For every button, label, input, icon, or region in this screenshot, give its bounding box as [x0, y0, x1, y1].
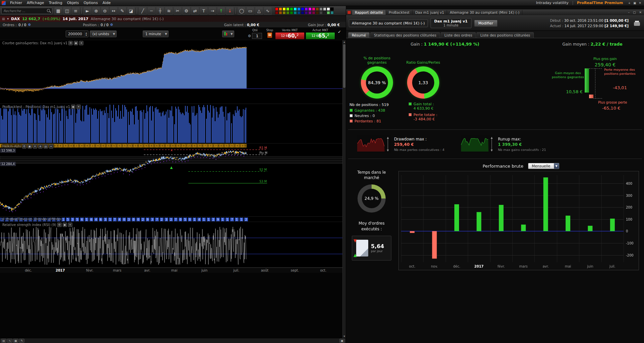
panel-add-icon[interactable]: ⊕	[38, 144, 43, 149]
panel-window-icon[interactable]: ▣	[27, 144, 32, 149]
scroll-down-icon[interactable]: ▼	[343, 335, 346, 338]
tab-report-1[interactable]: Statistiques des positions clôturées	[370, 32, 440, 38]
ticker-menu-icon[interactable]: ▤	[2, 17, 5, 20]
triangle-icon[interactable]: △	[255, 7, 263, 15]
color-swatch[interactable]	[319, 7, 323, 11]
search-box[interactable]	[1, 8, 52, 14]
grid-icon[interactable]: ▦	[13, 339, 18, 343]
compare-icon[interactable]: ⇄	[191, 7, 199, 15]
color-swatch[interactable]	[297, 7, 301, 11]
ordres-settings-icon[interactable]: ⚙	[28, 23, 31, 26]
quantity-stepper[interactable]: 200000 ▲▼	[66, 31, 88, 37]
scroll-up-icon[interactable]: ▲	[343, 40, 346, 44]
color-swatch[interactable]	[312, 11, 315, 14]
pan-icon[interactable]: ↔	[110, 7, 118, 15]
color-swatch[interactable]	[282, 7, 286, 11]
buy-market-button[interactable]: 12 665,2	[306, 32, 335, 40]
color-swatch[interactable]	[279, 7, 282, 11]
color-swatch[interactable]	[275, 7, 278, 11]
color-swatch[interactable]	[286, 7, 289, 11]
scrollbar-thumb[interactable]	[343, 44, 345, 88]
color-swatch[interactable]	[297, 11, 301, 14]
print-icon[interactable]	[634, 21, 640, 26]
color-swatch[interactable]	[308, 11, 312, 14]
color-swatch[interactable]	[330, 7, 334, 11]
report-window-tab[interactable]: ProBacktest	[386, 10, 412, 15]
buy-marker-icon[interactable]: ↑	[217, 7, 225, 15]
tab-resume[interactable]: Résumé	[348, 32, 370, 38]
panel-list-icon[interactable]: ≡	[49, 144, 53, 149]
system-selector[interactable]: Dax m1 juanj v1 1 minute	[431, 18, 471, 28]
color-swatch[interactable]	[305, 7, 308, 11]
ticker-collapse-icon[interactable]: ▾	[7, 17, 9, 20]
periodicity-icon[interactable]: ▦	[54, 7, 62, 15]
fibonacci-icon[interactable]: ≋	[165, 7, 173, 15]
color-swatch[interactable]	[308, 7, 312, 11]
quantity-spin-arrows[interactable]: ▲▼	[84, 32, 88, 37]
chart-vertical-scrollbar[interactable]: ▲ ▼	[342, 40, 346, 338]
zoom-in-icon[interactable]: ⊕	[92, 7, 100, 15]
chart-style-dropdown[interactable]: ▼	[222, 31, 234, 37]
menu-options[interactable]: Options	[81, 0, 100, 5]
panel-grid-icon[interactable]: ▤	[44, 144, 48, 149]
units-dropdown[interactable]: (x) unités ▼	[90, 31, 117, 37]
rsi-panel[interactable]: Relative strength index (RSI) (9) ⚙▣✕	[0, 222, 342, 268]
search-input[interactable]	[2, 9, 46, 13]
tab-report-3[interactable]: Liste des positions clôturées	[476, 32, 534, 38]
close-window-icon[interactable]: ✕	[638, 1, 642, 5]
cursor-icon[interactable]: ►	[83, 7, 91, 15]
instrument-selector[interactable]: Allemagne 30 au comptant (Mini 1€) (-)	[349, 19, 428, 27]
layout-window-icon[interactable]: ▣	[632, 1, 637, 5]
confirm-orders-checkbox[interactable]: ✓	[338, 30, 341, 34]
horizontal-line-icon[interactable]: ─	[147, 7, 155, 15]
modify-button[interactable]: Modifier	[474, 20, 498, 27]
color-swatch[interactable]	[301, 7, 304, 11]
color-swatch[interactable]	[330, 11, 334, 14]
panel-settings-icon[interactable]: ⚙	[22, 144, 26, 149]
color-swatch[interactable]	[312, 7, 315, 11]
order-settings-icon[interactable]: ⚙	[248, 34, 251, 38]
heikin-panel[interactable]: Heikin-Ashi ⚙▣✕⊕▤≡ 12 598,312 284,4	[0, 144, 342, 217]
panel-settings-icon[interactable]: ⚙	[57, 223, 62, 227]
color-swatch[interactable]	[279, 11, 282, 14]
report-window-tab[interactable]: Dax m1 juanj v1	[412, 10, 447, 15]
note-icon[interactable]: ✎	[19, 339, 24, 343]
stop-orders-icon[interactable]	[267, 32, 272, 38]
settings-icon[interactable]: ⚙	[182, 7, 190, 15]
eraser-icon[interactable]: ◪	[127, 7, 135, 15]
equity-panel[interactable]: Courbe gains&pertes: Dax m1 juanj v1 ⚙▣✕	[0, 40, 342, 104]
search-icon[interactable]	[46, 8, 51, 13]
panel-settings-icon[interactable]: ⚙	[68, 41, 73, 45]
panel-close-icon[interactable]: ✕	[33, 144, 37, 149]
zoom-out-icon[interactable]: ⊖	[101, 7, 109, 15]
period-selector[interactable]: Mensuelle ▼	[528, 163, 559, 169]
report-window-button[interactable]: –	[627, 11, 631, 14]
color-swatch[interactable]	[327, 7, 330, 11]
pencil-icon[interactable]: ✎	[118, 7, 126, 15]
color-swatch[interactable]	[323, 7, 326, 11]
report-window-tab[interactable]: Rapport détaillé	[352, 10, 386, 15]
positions-panel[interactable]: ProBacktest - Positions: Dax m1 juanj v1…	[0, 104, 342, 144]
add-window-icon[interactable]: +	[627, 1, 632, 5]
report-window-button[interactable]: ▢	[632, 11, 637, 14]
chart-list-icon[interactable]: ∿	[7, 339, 12, 343]
color-swatch[interactable]	[327, 11, 330, 14]
color-swatch[interactable]	[286, 11, 289, 14]
color-swatch[interactable]	[316, 7, 319, 11]
list-icon[interactable]: ≡	[72, 7, 80, 15]
crosshair-icon[interactable]: ┼	[156, 7, 164, 15]
workspace-icon[interactable]: ◫	[63, 7, 71, 15]
menu-trading[interactable]: Trading	[47, 0, 65, 5]
color-swatch[interactable]	[294, 11, 297, 14]
sell-marker-icon[interactable]: ↓	[226, 7, 234, 15]
panel-close-icon[interactable]: ✕	[79, 41, 83, 45]
panel-window-icon[interactable]: ▣	[63, 223, 67, 227]
windows-icon[interactable]: ▤	[1, 339, 6, 343]
tab-report-2[interactable]: Liste des ordres	[441, 32, 476, 38]
panel-close-icon[interactable]: ✕	[76, 105, 81, 109]
panel-window-icon[interactable]: ▣	[74, 41, 78, 45]
color-swatch[interactable]	[319, 11, 323, 14]
arrow-icon[interactable]: →	[208, 7, 216, 15]
panel-window-icon[interactable]: ▣	[71, 105, 75, 109]
zigzag-icon[interactable]: ∿	[264, 7, 272, 15]
